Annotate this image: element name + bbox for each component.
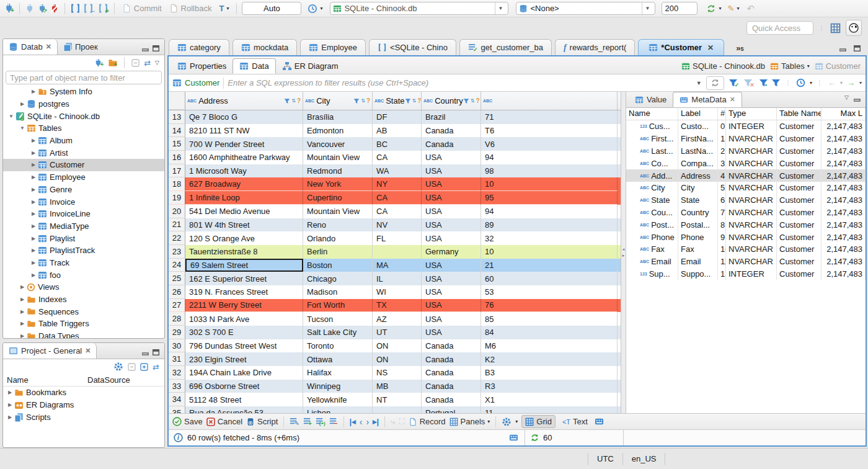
grid-cell[interactable]: 796 Dundas Street West (185, 339, 303, 353)
sql-editor-new-icon[interactable]: + (98, 2, 108, 14)
grid-cell[interactable]: 21 (481, 259, 618, 272)
grid-cell[interactable]: T6 (481, 124, 618, 138)
grid-cell[interactable]: Halifax (303, 366, 373, 380)
grid-cell[interactable]: 53 (481, 285, 618, 299)
grid-cell[interactable]: Redmond (303, 164, 373, 178)
row-number[interactable]: 34 (169, 393, 185, 406)
sql-editor-icon[interactable] (70, 3, 81, 14)
grid-cell[interactable]: R3 (481, 380, 618, 393)
minimize-icon[interactable] (142, 45, 149, 51)
row-number[interactable]: 14 (169, 124, 185, 138)
tab-overflow-indicator[interactable]: »5 (736, 43, 743, 53)
save-filter-icon[interactable]: ▪ (759, 78, 767, 88)
expander-icon[interactable]: ▶ (19, 297, 25, 302)
grid-cell[interactable]: 69 Salem Street (185, 259, 303, 272)
nav-forward-icon[interactable]: → (847, 78, 855, 87)
meta-column-name[interactable]: Name (626, 108, 678, 120)
grid-cell[interactable]: USA (422, 285, 481, 299)
grid-cell[interactable]: 162 E Superior Street (185, 272, 303, 285)
meta-column-max-l[interactable]: Max L (822, 108, 866, 120)
tree-item-data-types[interactable]: ▶Data Types (3, 330, 164, 338)
row-number[interactable]: 15 (169, 137, 185, 151)
column-header-country[interactable]: ABCCountry⇅? (422, 92, 481, 110)
row-number[interactable]: 27 (169, 299, 185, 313)
grid-cell[interactable]: 1600 Amphitheatre Parkway (185, 151, 303, 164)
expander-icon[interactable]: ▶ (30, 89, 37, 94)
grid-cell[interactable]: Fort Worth (303, 299, 373, 313)
grid-cell[interactable]: 5112 48 Street (185, 393, 303, 406)
tree-item-tables[interactable]: ▼Tables (3, 122, 164, 135)
row-number[interactable]: 33 (169, 380, 185, 393)
grid-cell[interactable]: 700 W Pender Street (185, 137, 303, 151)
tab-database-navigator[interactable]: Datab✕ (3, 38, 58, 55)
panel-sash[interactable]: ◂▸ (621, 92, 626, 413)
column-header-state[interactable]: ABCState⇅? (373, 92, 422, 110)
grid-cell[interactable]: 1 Infinite Loop (185, 191, 303, 205)
grid-cell[interactable]: Canada (422, 366, 481, 380)
meta-row-lastna-[interactable]: ABCLast...LastNa...2NVARCHARCustomer2,14… (626, 145, 866, 158)
meta-row-phone[interactable]: ABCPhonePhone9NVARCHARCustomer2,147,483 (626, 231, 866, 243)
grid-cell[interactable]: Mountain View (303, 205, 373, 218)
tab-project-general[interactable]: Project - General✕ (3, 342, 97, 359)
grid-cell[interactable]: USA (422, 312, 481, 326)
expander-icon[interactable]: ▶ (30, 248, 37, 253)
expander-icon[interactable]: ▶ (19, 101, 25, 107)
grid-cell[interactable]: USA (422, 164, 481, 178)
cancel-button[interactable]: Cancel (206, 417, 242, 426)
grid-cell[interactable]: Chicago (303, 272, 373, 285)
tree-item-album[interactable]: ▶Album (3, 135, 164, 147)
sql-editor-recent-icon[interactable]: → (83, 3, 95, 14)
meta-row-fax[interactable]: ABCFaxFax10NVARCHARCustomer2,147,483 (626, 243, 866, 256)
edit-cell-icon[interactable]: ✎ (290, 417, 299, 427)
expander-icon[interactable]: ▶ (30, 236, 37, 241)
meta-column-type[interactable]: Type (726, 108, 777, 120)
prev-row-icon[interactable]: ‹ (360, 417, 363, 427)
commit-button[interactable]: Commit (120, 2, 164, 14)
tree-item-playlisttrack[interactable]: ▶PlaylistTrack (3, 244, 164, 257)
grid-cell[interactable]: TX (373, 299, 422, 313)
maximize-icon[interactable] (854, 45, 861, 51)
grid-cell[interactable]: Canada (422, 339, 481, 353)
grid-cell[interactable]: 194A Chain Lake Drive (185, 366, 303, 380)
grid-cell[interactable]: USA (422, 231, 481, 245)
grid-cell[interactable]: 94 (481, 205, 618, 218)
grid-cell[interactable]: USA (422, 177, 481, 191)
grid-cell[interactable]: Boston (303, 259, 373, 272)
filter-icon[interactable] (284, 98, 290, 104)
grid-cell[interactable]: ON (373, 352, 422, 366)
expander-icon[interactable]: ▶ (7, 402, 13, 408)
tree-item-indexes[interactable]: ▶Indexes (3, 293, 164, 306)
meta-row-compa-[interactable]: ABCCo...Compa...3NVARCHARCustomer2,147,4… (626, 157, 866, 169)
column-header-postal[interactable]: ABC (481, 92, 618, 110)
meta-row-email[interactable]: ABCEmailEmail11NVARCHARCustomer2,147,483 (626, 256, 866, 268)
expander-icon[interactable]: ▶ (19, 321, 25, 326)
grid-cell[interactable]: 71 (481, 110, 618, 124)
tree-item-system-info[interactable]: ▶iSystem Info (3, 86, 164, 98)
grid-cell[interactable]: Canada (422, 124, 481, 138)
grid-cell[interactable]: FL (373, 231, 422, 245)
grid-cell[interactable]: Portugal (422, 406, 481, 413)
grid-cell[interactable]: Canada (422, 393, 481, 406)
meta-row-custo-[interactable]: 123Cus...Custo...0INTEGERCustomer2,147,4… (626, 120, 866, 133)
grid-cell[interactable]: CA (373, 191, 422, 205)
meta-row-suppo-[interactable]: 123Sup...Suppo...12INTEGERCustomer2,147,… (626, 268, 866, 280)
grid-cell[interactable]: WA (373, 164, 422, 178)
grid-cell[interactable]: Ottawa (303, 352, 373, 366)
grid-cell[interactable]: Canada (422, 380, 481, 393)
grid-cell[interactable]: CA (373, 151, 422, 164)
grid-cell[interactable]: Lisbon (303, 406, 373, 413)
grid-cell[interactable]: 2211 W Berry Street (185, 299, 303, 313)
tree-item-customer[interactable]: ▶Customer (3, 159, 164, 171)
tree-item-views[interactable]: ▶Views (3, 281, 164, 293)
grid-cell[interactable]: AB (373, 124, 422, 138)
grid-cell[interactable]: New York (303, 177, 373, 191)
tree-item-postgres[interactable]: ▶postgres (3, 98, 164, 110)
expander-icon[interactable]: ▶ (30, 162, 37, 168)
grid-cell[interactable] (373, 245, 422, 259)
meta-row-city[interactable]: ABCCityCity5NVARCHARCustomer2,147,483 (626, 182, 866, 194)
grid-cell[interactable]: 98 (481, 164, 618, 178)
refresh-icon[interactable] (711, 78, 720, 87)
grid-cell[interactable]: WI (373, 285, 422, 299)
last-row-icon[interactable]: ▸| (373, 417, 379, 426)
tree-item-foo[interactable]: ▶foo (3, 269, 164, 281)
